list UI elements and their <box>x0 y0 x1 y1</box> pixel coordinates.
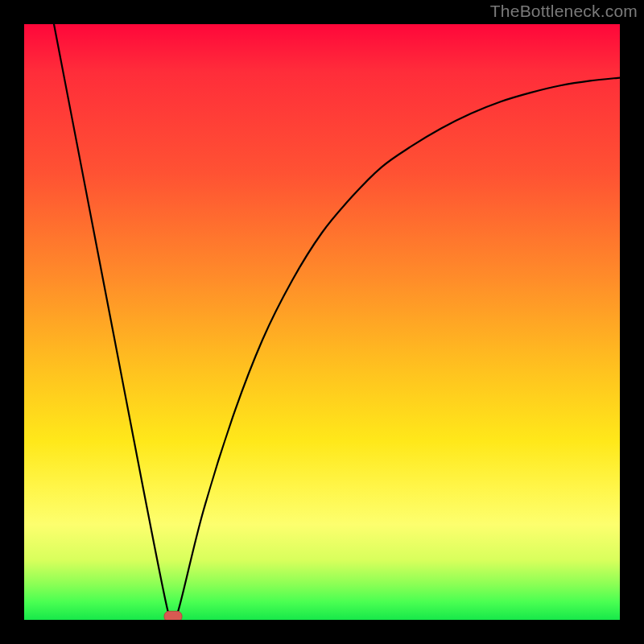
plot-area <box>24 24 620 620</box>
minimum-marker <box>164 611 182 620</box>
bottleneck-curve-svg <box>24 24 620 620</box>
chart-frame: TheBottleneck.com <box>0 0 644 644</box>
bottleneck-curve <box>54 24 620 620</box>
watermark-text: TheBottleneck.com <box>490 2 638 21</box>
